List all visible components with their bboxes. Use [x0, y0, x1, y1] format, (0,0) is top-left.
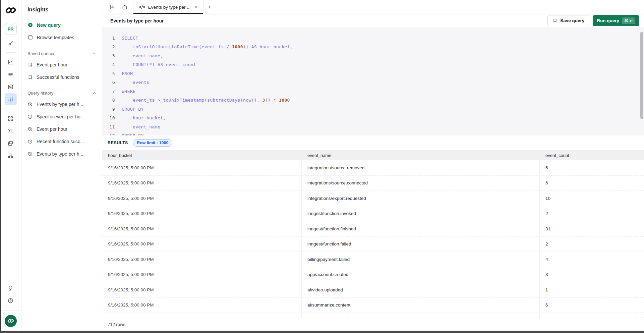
tab-events-by-type[interactable]: </> Events by type per ... × — [133, 0, 203, 14]
results-header-band: RESULTS Row limit : 1000 — [102, 135, 644, 150]
event-explorer-nav-icon[interactable] — [5, 81, 17, 93]
table-row[interactable]: 9/16/2025, 5:00:00 PM inngest/function.f… — [102, 221, 644, 237]
keys-nav-icon[interactable] — [5, 37, 17, 49]
home-icon — [122, 4, 128, 10]
cell-event-name — [302, 313, 540, 318]
sql-editor[interactable]: 1 SELECT 2 toStartOfHour(toDateTime(even… — [102, 27, 644, 135]
browse-templates-button[interactable]: Browse templates — [21, 31, 102, 44]
cell-hour-bucket: 9/16/2025, 5:00:00 PM — [102, 221, 302, 236]
line-number: 5 — [102, 71, 115, 76]
code-text: toStartOfHour(toDateTime(event_ts / 1000… — [122, 44, 293, 49]
line-number: 3 — [102, 53, 115, 58]
home-tab-button[interactable] — [119, 0, 130, 14]
code-text: event_name — [122, 124, 160, 129]
query-history-item[interactable]: Specific event per ho... — [21, 110, 102, 123]
table-row[interactable]: 9/16/2025, 5:00:00 PM app/account.create… — [102, 267, 644, 283]
insights-nav-icon[interactable] — [5, 93, 17, 105]
table-row[interactable]: 9/16/2025, 5:00:00 PM billing/payment.fa… — [102, 252, 644, 267]
query-history-item[interactable]: Events by type per h... — [21, 98, 102, 110]
history-icon — [27, 114, 33, 119]
line-number: 11 — [102, 124, 115, 129]
dev-server-nav-icon[interactable] — [5, 125, 17, 137]
results-table-header: hour_bucketevent_nameevent_count — [102, 150, 644, 160]
table-header-cell[interactable]: hour_bucket — [102, 150, 302, 160]
cell-event-name: inngest/function.failed — [302, 237, 540, 252]
line-number: 4 — [102, 62, 115, 67]
code-text: COUNT(*) AS event_count — [122, 62, 196, 67]
line-number: 2 — [102, 44, 115, 49]
row-count-label: 712 rows — [108, 322, 125, 327]
code-text: FROM — [122, 71, 133, 76]
help-icon[interactable] — [5, 294, 17, 307]
saved-query-item[interactable]: Event per hour — [21, 58, 102, 71]
query-history-item[interactable]: Events by type per h... — [21, 148, 102, 160]
code-line: 6 events — [102, 78, 644, 87]
cell-event-name: inngest/function.invoked — [302, 206, 540, 221]
code-text: hour_bucket, — [122, 115, 166, 120]
history-icon — [27, 139, 33, 144]
saved-query-item[interactable]: Successful functions — [21, 71, 102, 83]
rail-footer-divider — [0, 311, 21, 311]
run-query-button[interactable]: Run query ⌘ ↵ — [593, 15, 639, 26]
table-row[interactable]: 9/16/2025, 5:00:00 PM integrations/sourc… — [102, 176, 644, 191]
table-row[interactable]: 9/16/2025, 5:00:00 PM ai/summarize.conte… — [102, 298, 644, 313]
window-left-edge — [0, 0, 1, 333]
code-text: GROUP BY — [122, 107, 144, 112]
query-history-item[interactable]: Recent function succ... — [21, 135, 102, 148]
window-bottom-edge — [0, 331, 644, 333]
saved-queries-list: Event per hour Successful functions — [21, 58, 102, 83]
cell-hour-bucket: 9/16/2025, 5:00:00 PM — [102, 237, 302, 252]
query-history-section-header[interactable]: Query history — [21, 88, 102, 98]
cell-event-name: app/account.created — [302, 267, 540, 282]
apps-nav-icon[interactable] — [5, 112, 17, 124]
table-header-cell[interactable]: event_count — [540, 150, 644, 160]
cell-hour-bucket: 9/16/2025, 5:00:00 PM — [102, 298, 302, 313]
cell-event-name: ai/summarize.content — [302, 298, 540, 313]
table-row[interactable]: 9/16/2025, 5:00:00 PM inngest/function.f… — [102, 237, 644, 252]
code-line: 1 SELECT — [102, 34, 644, 43]
code-icon: </> — [139, 5, 145, 9]
cell-event-count: 2 — [540, 237, 644, 252]
code-text: ORDER BY — [122, 133, 144, 135]
inngest-logo-icon[interactable] — [5, 5, 16, 15]
table-row[interactable]: 9/16/2025, 5:00:00 PM ai/video.uploaded … — [102, 282, 644, 298]
saved-queries-section-header[interactable]: Saved queries — [21, 48, 102, 58]
templates-icon — [27, 35, 33, 40]
icon-rail: PR — [0, 0, 21, 333]
save-query-button[interactable]: Save query — [547, 15, 589, 26]
row-limit-badge[interactable]: Row limit : 1000 — [133, 139, 172, 147]
new-tab-button[interactable]: + — [203, 0, 216, 14]
cell-event-count — [540, 313, 644, 318]
integrations-plug-icon[interactable] — [5, 282, 17, 294]
query-history-item[interactable]: Event per hour — [21, 123, 102, 135]
cell-hour-bucket — [102, 313, 302, 318]
cell-event-count: 1 — [540, 282, 644, 297]
webhooks-nav-icon[interactable] — [5, 150, 17, 162]
account-avatar[interactable] — [5, 315, 17, 327]
line-number: 6 — [102, 80, 115, 85]
cell-hour-bucket: 9/16/2025, 5:00:00 PM — [102, 206, 302, 221]
page-title: Events by type per hour — [110, 18, 164, 23]
tab-close-icon[interactable]: × — [195, 4, 198, 10]
workspace-avatar[interactable]: PR — [5, 23, 17, 35]
collapse-sidebar-button[interactable] — [106, 0, 118, 14]
editor-scrollbar-thumb[interactable] — [640, 32, 643, 119]
table-row[interactable]: 9/16/2025, 5:00:00 PM integrations/expor… — [102, 191, 644, 206]
table-row-partial[interactable] — [102, 313, 644, 318]
line-number: 1 — [102, 36, 115, 41]
code-line: 8 event_ts > toUnixTimestamp(subtractDay… — [102, 96, 644, 105]
insights-app: PR — [0, 0, 644, 333]
new-query-button[interactable]: New query — [21, 19, 102, 31]
table-row[interactable]: 9/16/2025, 5:00:00 PM inngest/function.i… — [102, 206, 644, 222]
metrics-nav-icon[interactable] — [5, 56, 17, 68]
code-text: WHERE — [122, 89, 135, 94]
table-header-cell[interactable]: event_name — [302, 150, 540, 160]
table-row[interactable]: 9/16/2025, 5:00:00 PM integrations/sourc… — [102, 160, 644, 176]
environments-nav-icon[interactable] — [5, 137, 17, 149]
runs-nav-icon[interactable] — [5, 68, 17, 80]
insights-sidebar: Insights New query Browse templates Save… — [21, 0, 102, 333]
cell-event-count: 31 — [540, 221, 644, 236]
history-icon — [27, 126, 33, 132]
cell-event-count: 3 — [540, 267, 644, 282]
results-table-body: 9/16/2025, 5:00:00 PM integrations/sourc… — [102, 160, 644, 318]
